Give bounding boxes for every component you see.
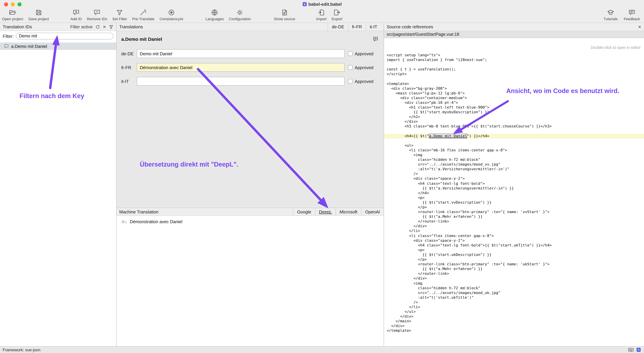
row-lang-label: fr-FR <box>121 65 137 70</box>
toolbar-add-id-button[interactable]: Add ID <box>70 9 82 21</box>
lang-tab-it-IT[interactable]: it-IT <box>366 23 381 31</box>
consistency-icon <box>168 9 175 17</box>
source-icon <box>281 9 288 17</box>
provider-microsoft-button[interactable]: Microsoft <box>336 208 361 215</box>
tutorials-icon <box>607 9 614 17</box>
filter-icon[interactable] <box>109 25 114 29</box>
app-window: b babel-edit.babel Open projectSave proj… <box>0 0 644 353</box>
keyboard-icon[interactable] <box>628 347 634 352</box>
code-line <box>384 62 644 67</box>
toolbar-label: Pre-Translate <box>132 17 154 21</box>
code-line: {{ $t("start.ukDescription") }} <box>384 252 644 257</box>
provider-deepl-button[interactable]: DeepL <box>315 208 336 215</box>
svg-text:b: b <box>304 3 305 6</box>
editor-hint: Double-click to open in editor <box>590 46 641 50</box>
toolbar-feedback-button[interactable]: Feedback <box>624 9 640 21</box>
code-line: /> <box>384 300 644 305</box>
toolbar-label: Set Filter <box>112 17 127 21</box>
translations-title: Translations <box>119 24 143 29</box>
statusbar: Framework: vue-json <box>0 346 644 353</box>
translation-input-de[interactable] <box>137 49 344 58</box>
toolbar-remove-ids-button[interactable]: Remove IDs <box>87 9 107 21</box>
code-line: </router-link> <box>384 219 644 224</box>
lang-tab-fr-FR[interactable]: fr-FR <box>348 23 366 31</box>
toolbar-set-filter-button[interactable]: Set Filter <box>112 9 127 21</box>
code-line: <router-link class="btn-primary" :to="{ … <box>384 262 644 267</box>
framework-label: Framework: vue-json <box>3 347 40 352</box>
toolbar-import-button[interactable]: Import <box>316 9 326 21</box>
app-badge-icon[interactable] <box>636 347 641 352</box>
toolbar-source-button[interactable]: Show source <box>274 9 295 21</box>
comment-icon[interactable] <box>373 37 378 42</box>
toolbar-wand-button[interactable]: Pre-Translate <box>132 9 154 21</box>
approved-checkbox-it[interactable] <box>348 79 353 84</box>
code-line: </h1> <box>384 115 644 119</box>
save-icon <box>35 9 42 17</box>
code-line <box>384 138 644 143</box>
code-line: </h4> <box>384 191 644 195</box>
translation-ids-header: Translation IDs Filter active ✕ <box>0 23 116 31</box>
code-line: <p> <box>384 248 644 252</box>
speech-bubble-icon <box>4 44 9 49</box>
toolbar-gear-button[interactable]: Configuration <box>229 9 251 21</box>
code-line: {{ $t("a.Mehr erfahren") }} <box>384 267 644 271</box>
approved-checkbox-de[interactable] <box>348 51 353 56</box>
refresh-filter-icon[interactable] <box>95 25 100 29</box>
code-line: </p> <box>384 205 644 210</box>
code-line: <script setup lang="ts"> <box>384 53 644 58</box>
toolbar-label: ConsistencyAI <box>160 17 183 21</box>
toolbar-folder-open-button[interactable]: Open project <box>2 9 23 21</box>
code-line: <main class="lg:px-12 lg:pb-6"> <box>384 91 644 96</box>
clear-filter-icon[interactable]: ✕ <box>103 25 106 29</box>
app-document-icon: b <box>302 2 307 7</box>
code-line: <h4>{{ $t("a.Demo mit Daniel") }}</h4> <box>384 134 644 138</box>
code-line <box>384 77 644 81</box>
code-line: class="hidden h-72 md:block" <box>384 157 644 162</box>
main-area: Translation IDs Filter active ✕ Filter: <box>0 23 644 346</box>
provider-google-button[interactable]: Google <box>293 208 315 215</box>
file-reference-bar[interactable]: src/pages/start/GuestStartPage.vue:18 <box>384 31 644 38</box>
close-panel-icon[interactable]: ✕ <box>638 25 641 29</box>
toolbar-tutorials-button[interactable]: Tutorials <box>604 9 618 21</box>
translation-ids-panel: Translation IDs Filter active ✕ Filter: <box>0 23 116 346</box>
translation-id-list-item[interactable]: a.Demo mit Daniel <box>0 43 116 50</box>
code-line: </li> <box>384 229 644 233</box>
titlebar: b babel-edit.babel <box>0 0 644 8</box>
code-line: <template> <box>384 81 644 86</box>
source-references-header: Source code references ✕ <box>384 23 644 31</box>
code-line: <div class="space-y-2"> <box>384 238 644 243</box>
translation-id-label: a.Demo mit Daniel <box>11 44 47 49</box>
globe-icon <box>211 9 218 17</box>
entry-title: a.Demo mit Daniel <box>121 37 162 42</box>
toolbar-export-button[interactable]: Export <box>332 9 342 21</box>
translations-panel: Translations de-DE fr-FR it-IT a.Demo mi… <box>116 23 384 346</box>
toolbar-label: Add ID <box>70 17 82 21</box>
provider-openai-button[interactable]: OpenAI <box>361 208 384 215</box>
statusbar-icons <box>628 347 641 352</box>
translation-input-fr[interactable] <box>137 63 344 72</box>
export-icon <box>333 9 341 17</box>
mt-suggestion-row[interactable]: ⌘1 Démonstration avec Daniel <box>116 218 384 225</box>
mt-shortcut-badge: ⌘1 <box>121 220 127 224</box>
machine-translation-body: ⌘1 Démonstration avec Daniel <box>116 216 384 346</box>
highlighted-translation-key[interactable]: a.Demo mit Daniel <box>429 134 467 138</box>
filter-input[interactable] <box>16 33 114 40</box>
toolbar-save-button[interactable]: Save project <box>28 9 49 21</box>
translation-row-it: it-IT Approved <box>121 77 379 86</box>
translation-input-it[interactable] <box>137 77 344 86</box>
code-block: <script setup lang="ts">import { useTran… <box>384 53 644 333</box>
toolbar-consistency-button[interactable]: ConsistencyAI <box>160 9 183 21</box>
file-reference-text: src/pages/start/GuestStartPage.vue:18 <box>387 32 459 37</box>
code-line: </div> <box>384 324 644 328</box>
row-lang-label: it-IT <box>121 79 137 84</box>
toolbar-globe-button[interactable]: Languages <box>206 9 224 21</box>
row-lang-label: de-DE <box>121 51 137 56</box>
lang-tab-de-DE[interactable]: de-DE <box>328 23 348 31</box>
code-line: <div class="space-y-2"> <box>384 177 644 181</box>
code-line: </ul> <box>384 309 644 314</box>
code-line: import { useTranslation } from "i18next-… <box>384 58 644 62</box>
language-tabs: de-DE fr-FR it-IT <box>328 23 381 31</box>
approved-checkbox-fr[interactable] <box>348 65 353 70</box>
code-line: {{ $t("start.myvbvDescription") }} <box>384 110 644 115</box>
entry-title-row: a.Demo mit Daniel <box>116 31 384 42</box>
